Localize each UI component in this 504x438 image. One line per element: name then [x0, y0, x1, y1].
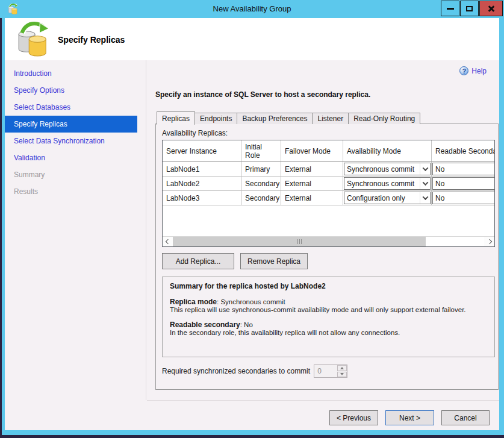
- table-row[interactable]: LabNode2 Secondary External Synchronous …: [163, 177, 494, 191]
- availability-replicas-label: Availability Replicas:: [162, 129, 492, 137]
- summary-title: Summary for the replica hosted by LabNod…: [170, 282, 487, 290]
- chevron-left-icon: [165, 239, 170, 244]
- column-header-availability-mode: Availability Mode: [343, 140, 432, 161]
- close-button[interactable]: [479, 1, 503, 16]
- wizard-steps-sidebar: Introduction Specify Options Select Data…: [5, 60, 146, 400]
- wizard-header: Specify Replicas: [5, 18, 499, 60]
- title-bar: New Availability Group: [0, 0, 504, 18]
- tab-replicas[interactable]: Replicas: [157, 111, 195, 125]
- replica-summary-box: Summary for the replica hosted by LabNod…: [162, 277, 495, 357]
- instruction-text: Specify an instance of SQL Server to hos…: [155, 90, 370, 99]
- chevron-down-icon: [420, 178, 430, 189]
- tab-read-only-routing[interactable]: Read-Only Routing: [349, 113, 420, 124]
- sidebar-item-select-data-synchronization[interactable]: Select Data Synchronization: [5, 133, 146, 149]
- scroll-left-button[interactable]: [163, 237, 173, 246]
- required-secondaries-row: Required synchronized secondaries to com…: [162, 364, 492, 378]
- readable-secondary-dropdown[interactable]: No: [432, 163, 495, 175]
- availability-mode-dropdown[interactable]: Synchronous commit: [344, 177, 431, 190]
- dropdown-value: Synchronous commit: [347, 180, 414, 188]
- minimize-button[interactable]: [441, 1, 459, 16]
- readable-secondary-dropdown[interactable]: No: [432, 192, 495, 204]
- replicas-tab-panel: Availability Replicas: Server Instance I…: [155, 124, 499, 390]
- readable-secondary-line: Readable secondary: No: [170, 321, 487, 329]
- cell-readable-secondary: No: [432, 162, 495, 176]
- maximize-button[interactable]: [460, 1, 479, 16]
- availability-replicas-grid: Server Instance Initial Role Failover Mo…: [162, 140, 495, 247]
- readable-secondary-dropdown[interactable]: No: [432, 177, 495, 190]
- wizard-window: Specify Replicas Introduction Specify Op…: [5, 18, 499, 430]
- sidebar-item-select-databases[interactable]: Select Databases: [5, 99, 146, 116]
- cell-failover-mode: External: [281, 162, 343, 176]
- replica-mode-description: This replica will use synchronous-commit…: [170, 306, 487, 313]
- chevron-down-icon: [420, 192, 430, 204]
- caret-up-icon: [340, 367, 344, 369]
- dropdown-value: Configuration only: [347, 194, 405, 202]
- cell-failover-mode: External: [281, 191, 343, 205]
- dropdown-value: Synchronous commit: [347, 165, 414, 174]
- next-button[interactable]: Next >: [385, 410, 434, 425]
- cell-initial-role: Primary: [241, 162, 281, 176]
- window-title: New Availability Group: [0, 4, 504, 13]
- readable-secondary-description: In the secondary role, this availability…: [170, 329, 487, 336]
- add-replica-button[interactable]: Add Replica...: [162, 253, 234, 269]
- page-title: Specify Replicas: [58, 35, 125, 45]
- tab-listener[interactable]: Listener: [313, 113, 349, 124]
- sidebar-item-validation[interactable]: Validation: [5, 149, 146, 166]
- sidebar-item-specify-replicas[interactable]: Specify Replicas: [5, 116, 137, 133]
- wizard-content: ? Help Specify an instance of SQL Server…: [147, 60, 499, 400]
- caret-down-icon: [340, 373, 344, 375]
- availability-mode-dropdown[interactable]: Configuration only: [344, 192, 431, 204]
- sidebar-item-introduction[interactable]: Introduction: [5, 65, 146, 82]
- chevron-right-icon: [487, 239, 491, 244]
- table-row[interactable]: LabNode3 Secondary External Configuratio…: [163, 191, 494, 205]
- cell-availability-mode: Synchronous commit: [343, 162, 432, 176]
- sidebar-item-specify-options[interactable]: Specify Options: [5, 82, 146, 99]
- column-header-initial-role: Initial Role: [241, 140, 281, 161]
- stepper-value: 0: [314, 365, 337, 377]
- previous-button[interactable]: < Previous: [329, 410, 378, 425]
- tab-backup-preferences[interactable]: Backup Preferences: [237, 113, 313, 124]
- minimize-icon: [447, 8, 454, 10]
- cell-initial-role: Secondary: [241, 191, 281, 205]
- required-secondaries-label: Required synchronized secondaries to com…: [162, 367, 310, 375]
- replica-mode-line: Replica mode: Synchronous commit: [170, 298, 487, 306]
- column-header-server-instance: Server Instance: [163, 140, 241, 161]
- chevron-down-icon: [420, 163, 430, 175]
- wizard-footer: < Previous Next > Cancel: [5, 400, 499, 430]
- help-link[interactable]: ? Help: [459, 66, 487, 75]
- grid-header-row: Server Instance Initial Role Failover Mo…: [163, 140, 494, 162]
- cancel-button[interactable]: Cancel: [441, 410, 490, 425]
- scrollbar-track[interactable]: [426, 237, 484, 246]
- availability-mode-dropdown[interactable]: Synchronous commit: [344, 163, 431, 175]
- tab-strip: Replicas Endpoints Backup Preferences Li…: [157, 111, 420, 124]
- window-controls: [441, 1, 503, 16]
- cell-server-instance: LabNode1: [163, 162, 241, 176]
- horizontal-scrollbar: [163, 236, 494, 246]
- scrollbar-thumb[interactable]: [173, 237, 426, 246]
- window-shadow-left: [0, 14, 2, 435]
- database-sync-icon: [17, 21, 51, 57]
- cell-server-instance: LabNode2: [163, 177, 241, 190]
- footer-buttons: < Previous Next > Cancel: [329, 410, 490, 425]
- column-header-failover-mode: Failover Mode: [281, 140, 343, 161]
- replica-buttons-row: Add Replica... Remove Replica: [162, 253, 492, 269]
- sidebar-item-summary: Summary: [5, 166, 146, 183]
- scroll-right-button[interactable]: [484, 237, 494, 246]
- remove-replica-button[interactable]: Remove Replica: [240, 253, 308, 269]
- cell-readable-secondary: No: [432, 191, 495, 205]
- cell-server-instance: LabNode3: [163, 191, 241, 205]
- help-question-icon: ?: [459, 66, 468, 75]
- sidebar-item-results: Results: [5, 183, 146, 200]
- close-icon: [487, 4, 496, 13]
- stepper-buttons: [337, 365, 347, 377]
- table-row[interactable]: LabNode1 Primary External Synchronous co…: [163, 162, 494, 177]
- cell-failover-mode: External: [281, 177, 343, 190]
- required-secondaries-stepper: 0: [314, 364, 347, 378]
- cell-readable-secondary: No: [432, 177, 495, 190]
- tab-endpoints[interactable]: Endpoints: [195, 113, 237, 124]
- column-header-readable-secondary: Readable Secondary: [432, 140, 495, 161]
- window-shadow-bottom: [0, 435, 504, 438]
- stepper-down-button: [337, 372, 347, 378]
- stepper-up-button: [337, 365, 347, 371]
- cell-initial-role: Secondary: [241, 177, 281, 190]
